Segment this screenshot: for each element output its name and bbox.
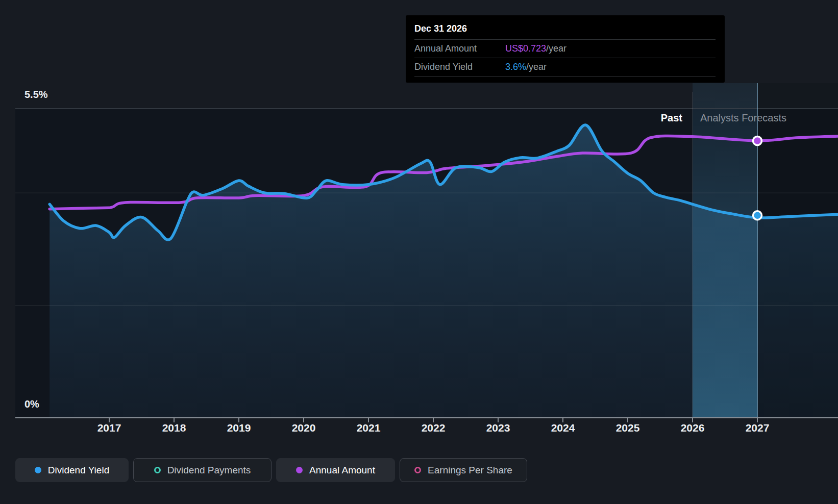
legend-button-annual-amount[interactable]: Annual Amount [276,458,395,482]
x-axis-label: 2018 [162,422,186,434]
legend-button-label: Dividend Yield [48,465,109,476]
x-axis-label: 2017 [97,422,121,434]
tooltip-row-suffix: /year [546,43,566,54]
x-axis-label: 2019 [227,422,251,434]
legend-button-label: Earnings Per Share [428,465,512,476]
dividend-chart-panel: 5.5% 0% 20172018201920202021202220232024… [0,0,838,504]
marker-dividend-yield[interactable] [753,211,762,220]
tooltip-row-dividend-yield: Dividend Yield 3.6%/year [414,58,716,77]
post-hover-shade [757,83,838,418]
x-axis-label: 2022 [422,422,446,434]
annual-amount-glyph-icon [296,467,303,473]
tooltip-row-value: 3.6% [505,62,526,72]
y-axis-label-bottom: 0% [24,398,39,410]
tooltip: Dec 31 2026 Annual Amount US$0.723/year … [406,15,725,83]
tooltip-row-value: US$0.723 [505,43,546,54]
tooltip-row-annual-amount: Annual Amount US$0.723/year [414,39,716,58]
legend-button-label: Dividend Payments [167,465,251,476]
x-axis-label: 2020 [292,422,316,434]
forecast-band [693,83,757,418]
tooltip-row-label: Annual Amount [414,43,505,54]
forecast-label: Analysts Forecasts [700,112,786,124]
legend-button-dividend-yield[interactable]: Dividend Yield [15,458,129,482]
x-axis-label: 2021 [357,422,381,434]
x-axis-label: 2026 [681,422,705,434]
tooltip-title: Dec 31 2026 [414,20,716,39]
tooltip-row-suffix: /year [526,62,547,72]
legend-button-earnings-per-share[interactable]: Earnings Per Share [400,458,527,482]
tooltip-row-label: Dividend Yield [414,62,505,72]
marker-annual-amount[interactable] [753,137,762,145]
legend-button-label: Annual Amount [309,465,375,476]
x-axis-label: 2025 [616,422,640,434]
earnings-per-share-glyph-icon [414,467,421,473]
dividend-yield-glyph-icon [35,467,41,473]
x-axis-label: 2023 [486,422,510,434]
legend: Dividend YieldDividend PaymentsAnnual Am… [15,458,527,482]
y-axis-label-top: 5.5% [24,89,48,100]
dividend-payments-glyph-icon [154,467,161,473]
past-label: Past [661,112,682,124]
x-axis-label: 2024 [551,422,575,434]
x-axis-label: 2027 [746,422,770,434]
legend-button-dividend-payments[interactable]: Dividend Payments [133,458,272,482]
